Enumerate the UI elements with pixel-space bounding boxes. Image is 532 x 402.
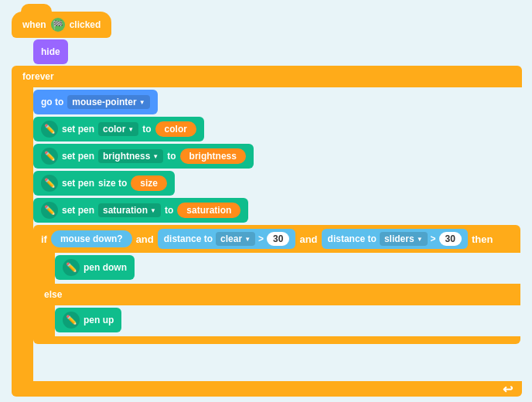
sliders-dropdown[interactable]: sliders xyxy=(380,232,428,246)
pen-up-block[interactable]: ✏️ pen up xyxy=(55,308,121,332)
brightness-dropdown[interactable]: brightness xyxy=(98,149,163,163)
forever-body: go to mouse-pointer ✏️ set pen color to … xyxy=(12,87,522,381)
flag-icon: 🏁 xyxy=(51,18,65,32)
gt1: > xyxy=(258,233,264,244)
gt2: > xyxy=(431,233,436,244)
goto-block-row: go to mouse-pointer xyxy=(33,90,522,114)
pen-icon-up: ✏️ xyxy=(63,312,80,329)
distance-label1: distance to xyxy=(164,233,213,244)
forever-label: forever xyxy=(22,71,54,82)
hide-block[interactable]: hide xyxy=(33,39,68,64)
set-pen-brightness-block[interactable]: ✏️ set pen brightness to brightness xyxy=(33,144,254,169)
set-pen-label3: set pen xyxy=(62,178,94,189)
then-label: then xyxy=(472,233,493,245)
set-pen-color-row: ✏️ set pen color to color xyxy=(33,117,522,141)
pen-up-label: pen up xyxy=(84,315,114,325)
scratch-workspace: when 🏁 clicked hide forever xyxy=(12,12,522,397)
when-label: when xyxy=(22,19,46,30)
forever-structure: forever go to mouse-pointer xyxy=(12,66,522,397)
set-pen-brightness-row: ✏️ set pen brightness to brightness xyxy=(33,144,522,169)
pen-icon-saturation: ✏️ xyxy=(41,202,58,219)
goto-block[interactable]: go to mouse-pointer xyxy=(33,90,158,114)
loop-arrow-icon: ↩ xyxy=(503,382,513,397)
block-stack: when 🏁 clicked hide forever xyxy=(12,12,522,397)
to-label1: to xyxy=(142,124,151,135)
forever-content: go to mouse-pointer ✏️ set pen color to … xyxy=(33,87,522,381)
pen-down-block[interactable]: ✏️ pen down xyxy=(55,255,135,280)
pen-icon-color: ✏️ xyxy=(41,121,58,138)
color-dropdown[interactable]: color xyxy=(98,122,138,136)
clear-dropdown[interactable]: clear xyxy=(216,232,255,246)
distance-label2: distance to xyxy=(328,233,377,244)
size-value[interactable]: size xyxy=(131,175,167,191)
pen-icon-size: ✏️ xyxy=(41,175,58,192)
mouse-down-label: mouse down? xyxy=(60,233,123,244)
hide-block-wrapper: hide xyxy=(33,39,522,64)
and1-label: and xyxy=(136,233,154,245)
pen-down-row: ✏️ pen down xyxy=(55,255,520,280)
mouse-down-block[interactable]: mouse down? xyxy=(51,230,132,247)
set-pen-color-block[interactable]: ✏️ set pen color to color xyxy=(33,117,204,141)
set-pen-saturation-block[interactable]: ✏️ set pen saturation to saturation xyxy=(33,198,248,223)
if-header[interactable]: if mouse down? and distance to clear > xyxy=(33,225,520,253)
pen-icon-down: ✏️ xyxy=(63,259,80,276)
saturation-value[interactable]: saturation xyxy=(177,203,240,218)
if-footer xyxy=(33,336,520,344)
if-label: if xyxy=(41,233,47,245)
else-left-bar xyxy=(33,305,55,336)
goto-label: go to xyxy=(41,97,63,107)
distance-to-clear-block[interactable]: distance to clear > 30 xyxy=(158,229,296,249)
forever-header[interactable]: forever xyxy=(12,66,522,87)
distance-to-sliders-block[interactable]: distance to sliders > 30 xyxy=(322,229,468,249)
val30-2[interactable]: 30 xyxy=(439,232,462,246)
set-pen-label1: set pen xyxy=(62,124,94,135)
brightness-value[interactable]: brightness xyxy=(180,148,246,164)
else-content: ✏️ pen up xyxy=(55,305,520,336)
color-value[interactable]: color xyxy=(155,121,196,137)
and2-label: and xyxy=(299,233,317,245)
saturation-dropdown[interactable]: saturation xyxy=(98,203,161,217)
set-pen-size-row: ✏️ set pen size to size xyxy=(33,171,522,196)
size-label: size to xyxy=(98,178,127,189)
set-pen-size-block[interactable]: ✏️ set pen size to size xyxy=(33,171,175,196)
else-body: ✏️ pen up xyxy=(33,305,520,336)
if-left-bar xyxy=(33,253,55,284)
mouse-pointer-dropdown[interactable]: mouse-pointer xyxy=(67,95,149,109)
forever-left-bar xyxy=(12,87,33,381)
if-structure: if mouse down? and distance to clear > xyxy=(33,225,520,344)
else-label: else xyxy=(44,289,62,300)
if-body: ✏️ pen down xyxy=(33,253,520,284)
when-clicked-block[interactable]: when 🏁 clicked xyxy=(12,12,522,38)
to-label4: to xyxy=(165,205,173,216)
to-label2: to xyxy=(167,151,176,162)
else-bar: else xyxy=(33,284,520,305)
set-pen-label2: set pen xyxy=(62,151,94,162)
pen-down-label: pen down xyxy=(84,262,127,273)
if-content: ✏️ pen down xyxy=(55,253,520,284)
clicked-label: clicked xyxy=(70,19,101,30)
hide-label: hide xyxy=(41,46,60,57)
pen-icon-brightness: ✏️ xyxy=(41,148,58,165)
pen-up-row: ✏️ pen up xyxy=(55,308,520,332)
val30-1[interactable]: 30 xyxy=(267,232,289,246)
set-pen-label4: set pen xyxy=(62,205,94,216)
set-pen-saturation-row: ✏️ set pen saturation to saturation xyxy=(33,198,522,223)
forever-footer: ↩ xyxy=(12,381,522,397)
